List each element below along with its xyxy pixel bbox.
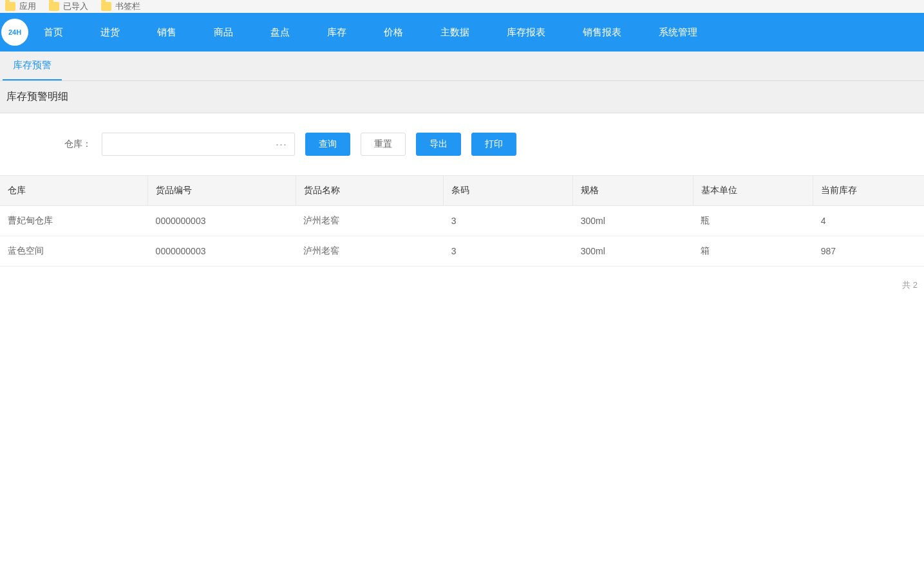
nav-home[interactable]: 首页	[41, 26, 66, 39]
nav-master-data[interactable]: 主数据	[438, 26, 472, 39]
table-row[interactable]: 蓝色空间 0000000003 泸州老窖 3 300ml 箱 987	[0, 236, 924, 267]
nav-stock[interactable]: 库存	[325, 26, 349, 39]
logo-icon: 24H	[1, 19, 28, 46]
query-button[interactable]: 查询	[305, 133, 350, 156]
col-unit: 基本单位	[693, 176, 813, 206]
nav-system[interactable]: 系统管理	[656, 26, 700, 39]
section-title: 库存预警明细	[0, 81, 924, 113]
folder-icon	[5, 2, 15, 11]
folder-icon	[101, 2, 111, 11]
bookmark-label: 应用	[19, 1, 36, 12]
warehouse-input[interactable]	[102, 133, 295, 156]
nav-purchase[interactable]: 进货	[98, 26, 122, 39]
tab-stock-alert[interactable]: 库存预警	[3, 52, 62, 80]
nav-sales[interactable]: 销售	[155, 26, 179, 39]
lookup-icon[interactable]: ···	[276, 138, 287, 151]
cell-warehouse: 蓝色空间	[0, 236, 148, 267]
tab-bar: 库存预警	[0, 52, 924, 81]
folder-icon	[49, 2, 59, 11]
col-product-name: 货品名称	[296, 176, 444, 206]
pagination-info: 共 2	[0, 267, 924, 304]
nav-goods[interactable]: 商品	[211, 26, 236, 39]
cell-spec: 300ml	[573, 206, 693, 236]
nav-stock-report[interactable]: 库存报表	[504, 26, 548, 39]
print-button[interactable]: 打印	[471, 133, 516, 156]
cell-barcode: 3	[444, 206, 573, 236]
main-nav: 24H 首页 进货 销售 商品 盘点 库存 价格 主数据 库存报表 销售报表 系…	[0, 13, 924, 52]
reset-button[interactable]: 重置	[361, 133, 406, 156]
cell-stock: 4	[813, 206, 924, 236]
col-product-code: 货品编号	[148, 176, 296, 206]
cell-unit: 瓶	[693, 206, 813, 236]
warehouse-input-wrapper: ···	[102, 133, 295, 156]
table-row[interactable]: 曹妃甸仓库 0000000003 泸州老窖 3 300ml 瓶 4	[0, 206, 924, 236]
bookmark-label: 已导入	[63, 1, 88, 12]
col-warehouse: 仓库	[0, 176, 148, 206]
cell-unit: 箱	[693, 236, 813, 267]
bookmark-item[interactable]: 书签栏	[101, 1, 140, 12]
cell-product-name: 泸州老窖	[296, 206, 444, 236]
table-header-row: 仓库 货品编号 货品名称 条码 规格 基本单位 当前库存	[0, 176, 924, 206]
cell-product-name: 泸州老窖	[296, 236, 444, 267]
nav-sales-report[interactable]: 销售报表	[580, 26, 624, 39]
cell-warehouse: 曹妃甸仓库	[0, 206, 148, 236]
nav-inventory-check[interactable]: 盘点	[268, 26, 292, 39]
cell-product-code: 0000000003	[148, 236, 296, 267]
nav-price[interactable]: 价格	[381, 26, 406, 39]
logo[interactable]: 24H	[1, 19, 28, 46]
export-button[interactable]: 导出	[416, 133, 461, 156]
bookmark-bar: 应用 已导入 书签栏	[0, 0, 924, 13]
bookmark-item[interactable]: 已导入	[49, 1, 88, 12]
warehouse-label: 仓库：	[64, 138, 91, 150]
col-current-stock: 当前库存	[813, 176, 924, 206]
cell-product-code: 0000000003	[148, 206, 296, 236]
bookmark-item[interactable]: 应用	[5, 1, 36, 12]
cell-spec: 300ml	[573, 236, 693, 267]
filter-bar: 仓库： ··· 查询 重置 导出 打印	[0, 113, 924, 176]
col-spec: 规格	[573, 176, 693, 206]
col-barcode: 条码	[444, 176, 573, 206]
cell-barcode: 3	[444, 236, 573, 267]
bookmark-label: 书签栏	[115, 1, 140, 12]
nav-items: 首页 进货 销售 商品 盘点 库存 价格 主数据 库存报表 销售报表 系统管理	[41, 26, 700, 39]
cell-stock: 987	[813, 236, 924, 267]
data-table: 仓库 货品编号 货品名称 条码 规格 基本单位 当前库存 曹妃甸仓库 00000…	[0, 176, 924, 267]
